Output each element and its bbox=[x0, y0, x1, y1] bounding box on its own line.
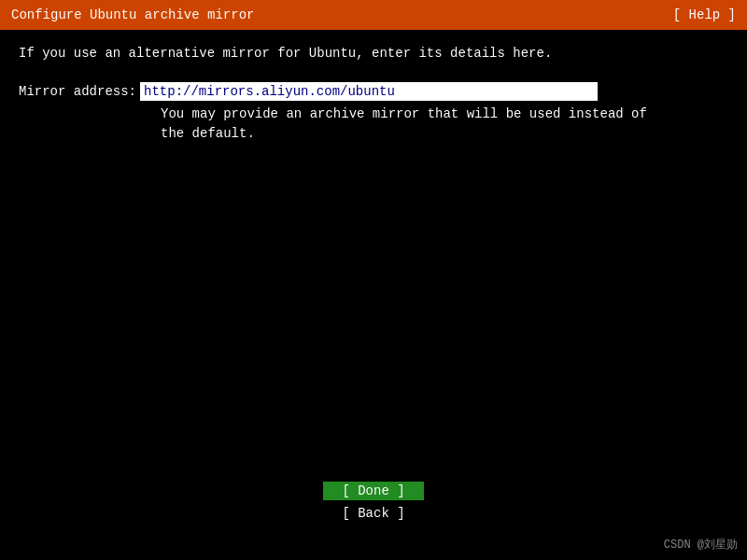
mirror-address-input[interactable] bbox=[140, 82, 598, 101]
window-title: Configure Ubuntu archive mirror bbox=[11, 7, 254, 22]
description-text: If you use an alternative mirror for Ubu… bbox=[19, 45, 728, 63]
hint-line2: the default. bbox=[161, 126, 255, 141]
help-button[interactable]: [ Help ] bbox=[673, 7, 736, 22]
done-button[interactable]: [ Done ] bbox=[323, 482, 424, 500]
watermark: CSDN @刘星勋 bbox=[664, 537, 738, 553]
title-bar: Configure Ubuntu archive mirror [ Help ] bbox=[0, 0, 747, 30]
mirror-label: Mirror address: bbox=[19, 82, 136, 99]
back-button[interactable]: [ Back ] bbox=[323, 504, 424, 523]
hint-text: You may provide an archive mirror that w… bbox=[161, 105, 728, 144]
hint-line1: You may provide an archive mirror that w… bbox=[161, 106, 647, 121]
mirror-row: Mirror address: bbox=[19, 82, 728, 101]
buttons-area: [ Done ] [ Back ] bbox=[0, 482, 747, 523]
main-content: If you use an alternative mirror for Ubu… bbox=[0, 30, 747, 159]
